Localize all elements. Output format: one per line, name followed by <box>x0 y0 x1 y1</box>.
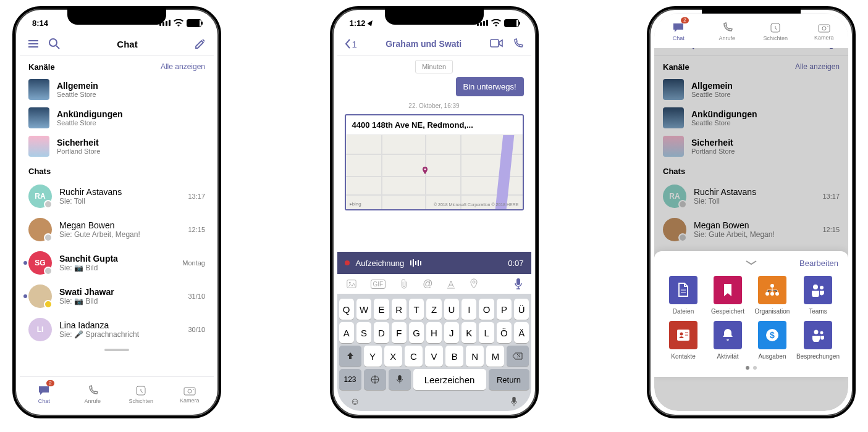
keyboard[interactable]: QWERTZUIOPÜ ASDFGHJKLÖÄ YXCVBNM 123Leerz… <box>337 294 531 411</box>
space-key[interactable]: Leerzeichen <box>413 369 486 390</box>
chat-time: 31/10 <box>188 293 205 300</box>
key[interactable]: H <box>426 322 441 343</box>
nav-tab-call[interactable]: Anrufe <box>703 14 752 48</box>
key[interactable]: X <box>384 346 402 367</box>
record-indicator-icon <box>345 260 350 265</box>
phone-chat-list: 8:14 Chat Kanäle Alle anzeigen <box>12 6 221 418</box>
nav-label: Chat <box>673 35 685 41</box>
presence-indicator <box>44 267 53 275</box>
key[interactable]: Ä <box>514 322 529 343</box>
chat-row[interactable]: LILina IadanzaSie: 🎤 Sprachnachricht30/1… <box>20 313 214 346</box>
drag-handle[interactable] <box>104 349 129 351</box>
key[interactable]: S <box>356 322 371 343</box>
channel-row[interactable]: AnkündigungenSeattle Store <box>20 104 214 132</box>
app-tile-contact[interactable]: Kontakte <box>663 321 704 360</box>
key[interactable]: B <box>445 346 463 367</box>
search-icon[interactable] <box>48 38 61 50</box>
chat-row[interactable]: Megan BowenSie: Gute Arbeit, Megan!12:15 <box>20 213 214 246</box>
meeting-icon <box>804 321 832 349</box>
video-call-icon[interactable] <box>490 38 504 49</box>
channel-row[interactable]: SicherheitPortland Store <box>20 132 214 160</box>
key[interactable]: U <box>444 299 459 320</box>
back-button[interactable]: 1 <box>345 39 357 49</box>
microphone-icon[interactable] <box>514 278 523 290</box>
key[interactable]: M <box>486 346 504 367</box>
nav-tab-chat[interactable]: 2Chat <box>654 14 703 48</box>
image-icon[interactable] <box>346 278 357 289</box>
recording-bar[interactable]: Aufzeichnung 0:07 <box>337 252 531 274</box>
location-icon[interactable] <box>470 278 478 289</box>
key[interactable]: Ü <box>514 299 529 320</box>
app-tile-meeting[interactable]: Besprechungen <box>796 321 840 360</box>
nav-tab-call[interactable]: Anrufe <box>69 377 117 411</box>
show-all-channels-link[interactable]: Alle anzeigen <box>161 62 205 72</box>
app-tile-bookmark[interactable]: Gespeichert <box>707 276 748 315</box>
dictate-key[interactable] <box>510 396 518 407</box>
mention-icon[interactable]: @ <box>423 278 432 289</box>
chat-title[interactable]: Graham und Swati <box>386 39 461 49</box>
shift-key[interactable] <box>339 346 361 367</box>
gif-icon[interactable]: GIF <box>371 280 386 289</box>
backspace-key[interactable] <box>507 346 529 367</box>
key[interactable]: J <box>444 322 459 343</box>
channel-name: Sicherheit <box>57 138 100 147</box>
location-card[interactable]: 4400 148th Ave NE, Redmond,... ▸bing © 2… <box>345 114 524 210</box>
format-icon[interactable] <box>446 279 456 289</box>
nav-tab-clock[interactable]: Schichten <box>751 14 800 48</box>
app-tile-money[interactable]: $Ausgaben <box>752 321 793 360</box>
app-tile-file[interactable]: Dateien <box>663 276 704 315</box>
key[interactable]: D <box>374 322 389 343</box>
chat-row[interactable]: RARuchir AstavansSie: Toll13:17 <box>20 180 214 213</box>
key[interactable]: T <box>409 299 424 320</box>
key[interactable]: P <box>497 299 512 320</box>
key[interactable]: W <box>356 299 371 320</box>
chat-row[interactable]: Swati JhawarSie: 📷 Bild31/10 <box>20 280 214 313</box>
app-label: Ausgaben <box>758 353 786 360</box>
key[interactable]: Ö <box>497 322 512 343</box>
key[interactable]: G <box>409 322 424 343</box>
key[interactable]: I <box>461 299 476 320</box>
chevron-down-icon[interactable] <box>744 259 759 267</box>
key[interactable]: V <box>425 346 443 367</box>
chat-preview: Sie: 📷 Bild <box>59 297 180 305</box>
app-tile-bell[interactable]: Aktivität <box>707 321 748 360</box>
key[interactable]: R <box>392 299 407 320</box>
key[interactable]: Q <box>339 299 354 320</box>
key[interactable]: Y <box>364 346 382 367</box>
key[interactable]: F <box>392 322 407 343</box>
compose-toolbar: GIF @ <box>337 274 531 294</box>
bookmark-icon <box>714 276 742 304</box>
nav-tab-clock[interactable]: Schichten <box>117 377 166 411</box>
key[interactable]: A <box>339 322 354 343</box>
nav-tab-chat[interactable]: 2Chat <box>20 377 69 411</box>
channel-thumb <box>28 136 49 157</box>
audio-call-icon[interactable] <box>512 38 523 49</box>
nav-tab-camera[interactable]: Kamera <box>166 377 214 411</box>
key[interactable]: K <box>461 322 476 343</box>
dictation-key[interactable] <box>389 369 411 390</box>
phone-notch <box>67 9 166 25</box>
app-tile-org[interactable]: Organisation <box>752 276 793 315</box>
attach-icon[interactable] <box>399 278 409 289</box>
edit-button[interactable]: Bearbeiten <box>799 259 838 268</box>
nav-tab-camera[interactable]: Kamera <box>800 14 849 48</box>
key[interactable]: O <box>479 299 494 320</box>
phone-app-drawer: 8:14 Chat KanäleAlle anzeigen <box>647 6 856 418</box>
numeric-key[interactable]: 123 <box>339 369 361 390</box>
key[interactable]: E <box>374 299 389 320</box>
channel-row[interactable]: AllgemeinSeattle Store <box>20 75 214 104</box>
return-key[interactable]: Return <box>489 369 529 390</box>
key[interactable]: Z <box>426 299 441 320</box>
key[interactable]: C <box>405 346 423 367</box>
app-tile-teams[interactable]: Teams <box>796 276 840 315</box>
hamburger-icon[interactable] <box>27 38 40 50</box>
nav-label: Schichten <box>763 35 788 41</box>
compose-icon[interactable] <box>194 38 206 50</box>
key[interactable]: N <box>466 346 484 367</box>
outgoing-message[interactable]: Bin unterwegs! <box>456 77 524 96</box>
org-icon <box>758 276 786 304</box>
chat-row[interactable]: SGSanchit GuptaSie: 📷 BildMontag <box>20 246 214 280</box>
key[interactable]: L <box>479 322 494 343</box>
emoji-key[interactable]: ☺ <box>350 396 360 407</box>
globe-key[interactable] <box>364 369 386 390</box>
